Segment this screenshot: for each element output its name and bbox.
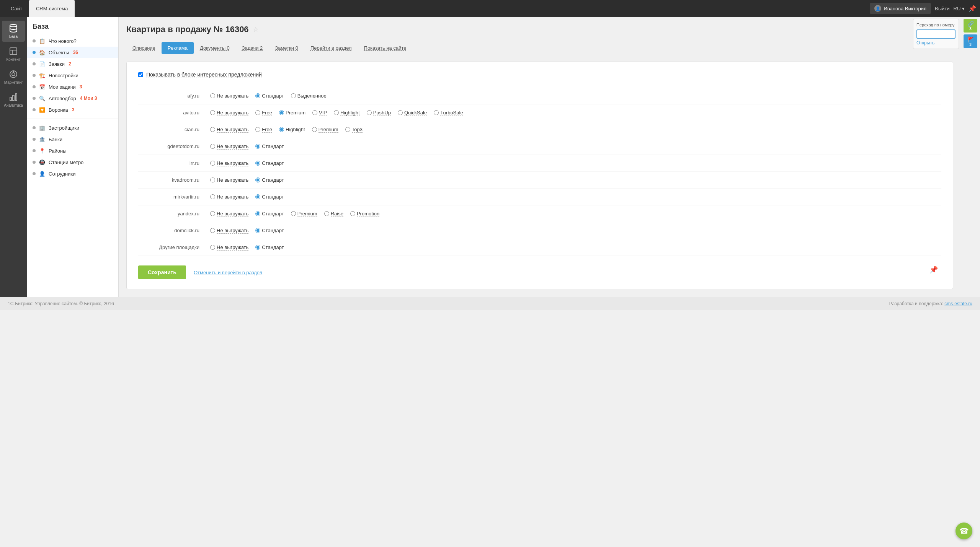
radio-option[interactable]: Стандарт [252,193,287,200]
nav-item-banks[interactable]: 🏦 Банки [27,133,118,145]
radio-input[interactable] [255,144,260,149]
tab-tasks[interactable]: Задачи 2 [236,42,269,54]
radio-input[interactable] [434,110,439,115]
radio-input[interactable] [291,93,296,98]
radio-option[interactable]: Стандарт [252,244,287,251]
nav-item-autoselect[interactable]: 🔍 Автоподбор 4 Мои 3 [27,93,118,104]
radio-option[interactable]: Не выгружать [207,244,252,251]
radio-option[interactable]: Стандарт [252,160,287,167]
radio-option[interactable]: Стандарт [252,210,287,217]
save-button[interactable]: Сохранить [138,265,186,279]
radio-option[interactable]: Не выгружать [207,109,252,117]
nav-item-tasks[interactable]: 📅 Мои задачи 3 [27,81,118,93]
tab-site[interactable]: Сайт [4,0,29,17]
radio-input[interactable] [255,228,260,233]
radio-option[interactable]: Не выгружать [207,210,252,218]
radio-option[interactable]: Не выгружать [207,193,252,201]
radio-option[interactable]: Raise [321,210,346,218]
nav-item-newbuildings[interactable]: 🏗️ Новостройки [27,70,118,81]
radio-option[interactable]: Premium [288,210,320,218]
radio-input[interactable] [312,127,317,132]
radio-option[interactable]: Не выгружать [207,227,252,234]
cancel-link[interactable]: Отменить и перейти в раздел [194,270,262,275]
sidebar-item-analytics[interactable]: Аналитика [2,90,25,111]
radio-input[interactable] [255,110,260,115]
radio-input[interactable] [210,161,215,166]
radio-input[interactable] [210,245,215,250]
tab-crm[interactable]: CRM-система [29,0,75,17]
radio-input[interactable] [255,127,260,132]
radio-option[interactable]: Не выгружать [207,143,252,150]
radio-option[interactable]: Premium [276,109,309,116]
radio-input[interactable] [210,177,215,182]
radio-input[interactable] [210,110,215,115]
pin-bottom-icon[interactable]: 📌 [929,265,938,274]
goto-input[interactable] [916,29,956,39]
user-button[interactable]: 👤 Иванова Виктория [870,3,931,14]
radio-input[interactable] [334,110,339,115]
radio-input[interactable] [210,194,215,199]
radio-option[interactable]: Не выгружать [207,126,252,133]
tab-advertising[interactable]: Реклама [162,42,194,54]
radio-input[interactable] [312,110,317,115]
radio-input[interactable] [291,211,296,216]
radio-option[interactable]: Стандарт [252,227,287,234]
tab-documents[interactable]: Документы 0 [194,42,236,54]
radio-option[interactable]: Premium [309,126,341,133]
radio-input[interactable] [367,110,372,115]
radio-option[interactable]: Promotion [347,210,382,218]
radio-option[interactable]: Стандарт [252,92,287,99]
radio-option[interactable]: Highlight [331,109,363,117]
radio-option[interactable]: Выделенное [288,92,330,100]
tab-show-on-site[interactable]: Показать на сайте [358,42,413,54]
nav-item-districts[interactable]: 📍 Районы [27,145,118,156]
radio-input[interactable] [210,228,215,233]
tab-notes[interactable]: Заметки 0 [269,42,304,54]
radio-input[interactable] [210,211,215,216]
nav-item-metro[interactable]: 🚇 Станции метро [27,156,118,168]
tab-go-to-section[interactable]: Перейти в раздел [304,42,358,54]
radio-option[interactable]: Не выгружать [207,176,252,184]
radio-option[interactable]: Free [252,109,275,117]
green-badge[interactable]: 🔗 3 [964,19,977,33]
radio-input[interactable] [398,110,403,115]
radio-option[interactable]: Top3 [342,126,366,133]
sidebar-item-base[interactable]: База [2,21,25,42]
radio-input[interactable] [345,127,350,132]
radio-option[interactable]: Стандарт [252,176,287,184]
nav-item-staff[interactable]: 👤 Сотрудники [27,168,118,179]
radio-option[interactable]: Free [252,126,275,133]
nav-item-new[interactable]: 📋 Что нового? [27,35,118,47]
radio-option[interactable]: VIP [309,109,330,117]
interesting-checkbox[interactable] [138,72,143,77]
radio-input[interactable] [210,144,215,149]
radio-option[interactable]: QuickSale [395,109,430,117]
nav-item-funnel[interactable]: 🔽 Воронка 3 [27,104,118,116]
radio-input[interactable] [255,211,260,216]
radio-option[interactable]: Не выгружать [207,92,252,100]
radio-input[interactable] [324,211,329,216]
nav-item-builders[interactable]: 🏢 Застройщики [27,122,118,133]
radio-option[interactable]: Highlight [276,126,308,133]
radio-input[interactable] [255,194,260,199]
tab-description[interactable]: Описание [126,42,162,54]
radio-option[interactable]: PushUp [364,109,394,117]
blue-badge[interactable]: 🚩 3 [964,34,977,48]
radio-input[interactable] [255,245,260,250]
nav-item-objects[interactable]: 🏠 Объекты 36 [27,47,118,58]
radio-option[interactable]: TurboSale [431,109,466,117]
radio-input[interactable] [350,211,355,216]
radio-input[interactable] [279,127,284,132]
radio-input[interactable] [210,93,215,98]
favorite-star-icon[interactable]: ☆ [253,25,259,34]
radio-option[interactable]: Не выгружать [207,160,252,167]
radio-input[interactable] [255,93,260,98]
interesting-checkbox-label[interactable]: Показывать в блоке интересных предложени… [146,72,262,78]
radio-input[interactable] [255,161,260,166]
sidebar-item-content[interactable]: Контент [2,44,25,65]
radio-input[interactable] [255,177,260,182]
nav-item-requests[interactable]: 📄 Заявки 2 [27,58,118,70]
language-button[interactable]: RU ▾ [954,6,965,11]
radio-input[interactable] [210,127,215,132]
pin-icon[interactable]: 📌 [969,5,976,12]
